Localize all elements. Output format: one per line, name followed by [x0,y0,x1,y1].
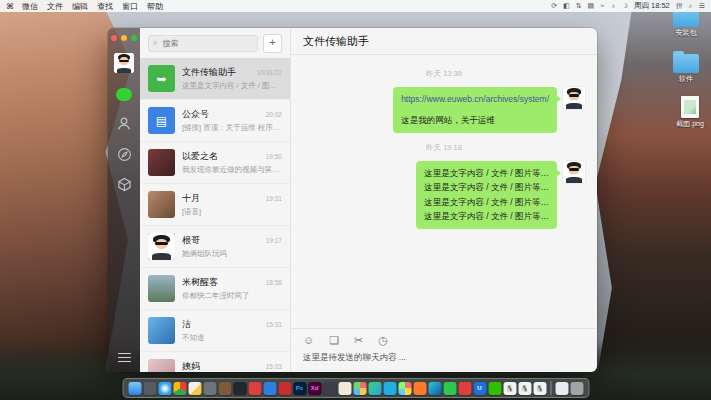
chat-preview: [链接] 置顶：关于运维 程序笔… [182,123,282,133]
nav-mini-programs[interactable] [117,177,132,192]
screenshot-icon[interactable]: ✂ [354,334,363,347]
menu-bar: ⌘ 微信文件编辑查找窗口帮助 ⟳◧⇅▤⌁♁☽ 周四 18:52 拼 ⌕ ☰ [0,0,711,12]
dock-app-app-red-circle[interactable] [458,382,471,395]
chat-time: 10/31/22 [257,69,282,76]
dock-app-app-green-blue[interactable] [368,382,381,395]
search-input[interactable] [160,38,253,49]
dock-app-toolbox[interactable] [218,382,231,395]
menu-bar-status: ⟳◧⇅▤⌁♁☽ [551,2,628,10]
menu-item[interactable]: 微信 [22,1,38,12]
desktop-icon[interactable]: 软件 [660,54,711,83]
spotlight-icon[interactable]: ⌕ [689,2,693,10]
user-avatar[interactable] [563,87,585,109]
menu-bar-right: ⟳◧⇅▤⌁♁☽ 周四 18:52 拼 ⌕ ☰ [551,1,705,11]
dock-app-finder[interactable] [128,382,141,395]
display-icon[interactable]: ◧ [563,2,570,10]
wifi-icon[interactable]: ♁ [610,2,615,10]
dock-app-adobe-xd[interactable]: Xd [308,382,321,395]
dock-app-photoshop[interactable]: Ps [293,382,306,395]
chat-timestamp: 昨天 19:18 [303,143,585,153]
desktop-icon[interactable]: 截图.png [664,96,711,128]
file-icon[interactable]: ❏ [329,334,339,347]
desktop-icon[interactable]: 安装包 [660,8,711,37]
keyboard-icon[interactable]: ▤ [588,2,595,10]
bluetooth-icon[interactable]: ☽ [622,2,628,10]
notification-center-icon[interactable]: ☰ [699,2,705,10]
chat-list-item[interactable]: 米树醒客18:56你都快二年没时间了 [140,268,290,310]
chat-list-item[interactable]: 洁15:31不知道 [140,310,290,352]
close-window-button[interactable] [111,35,117,41]
message-bubble[interactable]: https://www.euweb.cn/archives/system/这是我… [393,87,557,133]
chat-panel: 文件传输助手 昨天 13:39https://www.euweb.cn/arch… [291,28,597,372]
apple-menu-icon[interactable]: ⌘ [6,2,14,11]
zoom-window-button[interactable] [131,35,137,41]
dock-app-maps[interactable] [188,382,201,395]
dock-app-qq-2[interactable]: 🐧 [518,382,531,395]
input-method-icon[interactable]: 拼 [676,1,683,11]
dock-app-netease-music[interactable] [278,382,291,395]
nav-contacts[interactable] [116,116,132,132]
more-menu-button[interactable] [118,353,131,363]
dock-app-trash[interactable] [570,382,583,395]
add-chat-button[interactable]: + [263,34,282,53]
dock-app-app-mosaic[interactable] [353,382,366,395]
menu-bar-clock[interactable]: 周四 18:52 [634,1,670,11]
message-input[interactable]: 这里是待发送的聊天内容 ... [303,352,585,364]
chat-avatar: ➥ [148,65,175,92]
dock-app-app-dark[interactable] [143,382,156,395]
wechat-window: ⌕ + ➥文件传输助手10/31/22这里是文字内容 / 文件 / 图片等…▤公… [108,28,597,372]
nav-discover[interactable] [117,147,132,162]
dock-app-bilibili[interactable] [383,382,396,395]
dock-app-safari[interactable] [158,382,171,395]
chat-time: 15:03 [266,363,282,370]
menu-item[interactable]: 文件 [47,1,63,12]
chat-list-item[interactable]: 十月19:31[语音] [140,184,290,226]
message-link[interactable]: https://www.euweb.cn/archives/system/ [401,92,549,106]
nav-chats[interactable] [116,88,132,101]
file-icon [681,96,699,118]
chat-preview: [语音] [182,207,282,217]
dock-app-app-orange[interactable] [413,382,426,395]
battery-icon[interactable]: ⌁ [600,2,604,10]
menu-item[interactable]: 查找 [97,1,113,12]
desktop-icon-label: 安装包 [660,29,711,37]
dock-app-camera[interactable] [203,382,216,395]
user-avatar[interactable] [563,161,585,183]
sync-icon[interactable]: ⟳ [551,2,557,10]
message-bubble[interactable]: 这里是文字内容 / 文件 / 图片等…这里是文字内容 / 文件 / 图片等…这里… [416,161,557,229]
chat-history-icon[interactable]: ◷ [378,334,388,347]
dock-app-app-light[interactable] [338,382,351,395]
emoji-icon[interactable]: ☺ [303,334,314,347]
dock-app-downloads-stack[interactable] [555,382,568,395]
minimize-window-button[interactable] [121,35,127,41]
dock-app-chrome[interactable] [173,382,186,395]
profile-avatar[interactable] [114,53,134,73]
updown-icon[interactable]: ⇅ [576,2,582,10]
dock-app-sketch[interactable] [323,382,336,395]
dock-app-qq-1[interactable]: 🐧 [503,382,516,395]
message-text: 这是我的网站，关于运维 [401,113,549,127]
chat-name: 公众号 [182,108,209,121]
chat-list-item[interactable]: ➥文件传输助手10/31/22这里是文字内容 / 文件 / 图片等… [140,58,290,100]
dock-app-pinwheel[interactable] [398,382,411,395]
dock-app-qq-3[interactable]: 🐧 [533,382,546,395]
chat-list-item[interactable]: 以爱之名19:50我发现你最近做的视频与笑… [140,142,290,184]
dock-app-terminal[interactable] [233,382,246,395]
dock-app-app-red[interactable] [248,382,261,395]
menu-item[interactable]: 编辑 [72,1,88,12]
menu-item[interactable]: 帮助 [147,1,163,12]
chat-list-item[interactable]: 姨妈15:03好的 [140,352,290,372]
chat-title: 文件传输助手 [303,34,369,49]
chat-list-item[interactable]: ▤公众号20:02[链接] 置顶：关于运维 程序笔… [140,100,290,142]
dock-app-wechat[interactable] [488,382,501,395]
message-list[interactable]: 昨天 13:39https://www.euweb.cn/archives/sy… [291,55,597,328]
profile-avatar-face [114,53,134,73]
dock-app-edge[interactable] [428,382,441,395]
chat-list-item[interactable]: 根哥19:17她俩组队玩吗 [140,226,290,268]
dock-app-player-green[interactable] [443,382,456,395]
dock-app-app-u[interactable]: U [473,382,486,395]
search-box[interactable]: ⌕ [148,35,258,52]
menu-item[interactable]: 窗口 [122,1,138,12]
dock-app-app-blue[interactable] [263,382,276,395]
chat-preview: 我发现你最近做的视频与笑… [182,165,282,175]
